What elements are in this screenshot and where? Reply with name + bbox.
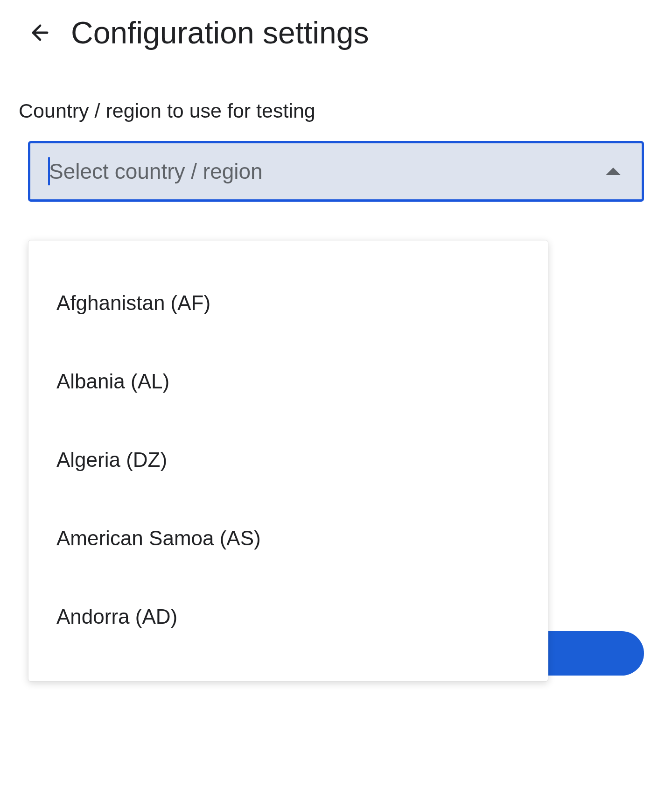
dropdown-item-algeria[interactable]: Algeria (DZ) xyxy=(28,421,548,499)
field-label: Country / region to use for testing xyxy=(19,99,644,122)
select-placeholder: Select country / region xyxy=(49,159,263,184)
select-placeholder-text: Select country / region xyxy=(49,159,263,183)
page-header: Configuration settings xyxy=(28,15,644,50)
dropdown-item-andorra[interactable]: Andorra (AD) xyxy=(28,578,548,656)
dropdown-item-angola[interactable]: Angola (AO) xyxy=(28,656,548,682)
chevron-up-icon xyxy=(606,168,621,175)
dropdown-item-afghanistan[interactable]: Afghanistan (AF) xyxy=(28,264,548,342)
country-select-wrapper: Select country / region Afghanistan (AF)… xyxy=(28,141,644,676)
page-title: Configuration settings xyxy=(71,15,369,50)
dropdown-item-american-samoa[interactable]: American Samoa (AS) xyxy=(28,499,548,578)
country-dropdown-menu: Afghanistan (AF) Albania (AL) Algeria (D… xyxy=(28,240,548,682)
dropdown-item-albania[interactable]: Albania (AL) xyxy=(28,342,548,421)
back-arrow-icon[interactable] xyxy=(28,21,52,45)
country-select[interactable]: Select country / region xyxy=(28,141,644,202)
text-cursor xyxy=(48,157,50,185)
